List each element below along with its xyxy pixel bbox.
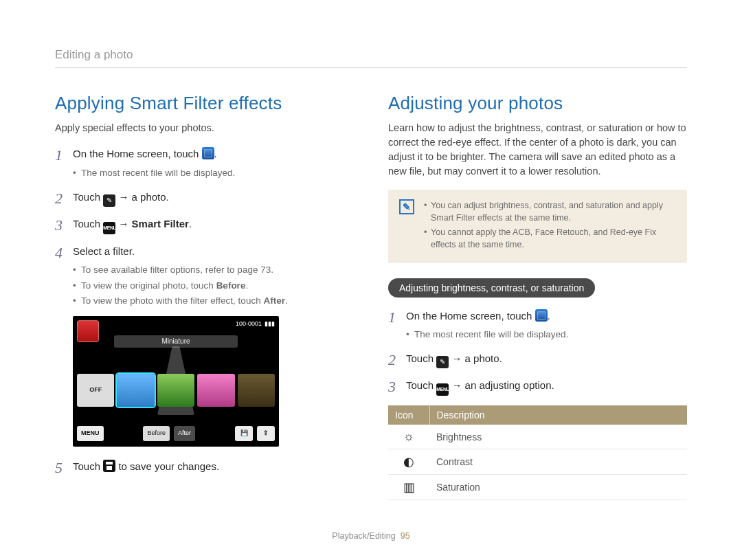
filter-thumb-4[interactable]: [238, 374, 275, 407]
screen-status-bar: 100-0001 ▮▮▮: [236, 320, 275, 329]
row-contrast-label: Contrast: [429, 449, 687, 475]
rstep-1: On the Home screen, touch . The most rec…: [388, 309, 687, 342]
steps-left: On the Home screen, touch . The most rec…: [55, 146, 354, 475]
step-2: Touch ✎ → a photo.: [55, 190, 354, 207]
battery-icon: ▮▮▮: [265, 320, 275, 329]
step-3-d: .: [189, 218, 192, 229]
step-2-a: Touch: [73, 191, 103, 203]
heading-adjusting: Adjusting your photos: [388, 93, 687, 114]
saturation-icon: ▥: [402, 480, 416, 495]
rstep-2-a: Touch: [406, 352, 436, 364]
table-row: ◐ Contrast: [388, 449, 687, 475]
menu-icon: MENU: [436, 383, 449, 396]
s4s3a: To view the photo with the filter effect…: [81, 295, 263, 306]
screen-bottom-bar: MENU Before After 💾 ⇪: [77, 425, 275, 443]
intro-left: Apply special effects to your photos.: [55, 121, 354, 135]
rstep-1-text: On the Home screen, touch: [406, 310, 535, 322]
page-footer: Playback/Editing 95: [0, 531, 742, 541]
step-5-a: Touch: [73, 460, 103, 472]
step-3-a: Touch: [73, 218, 103, 229]
filter-thumbnails: OFF: [77, 374, 275, 407]
subsection-pill: Adjusting brightness, contrast, or satur…: [388, 278, 595, 298]
s4s2c: .: [245, 280, 248, 291]
step-4-sub1: To see available filter options, refer t…: [73, 263, 354, 277]
note-box: ✎ You can adjust brightness, contrast, a…: [388, 190, 687, 263]
step-4: Select a filter. To see available filter…: [55, 244, 354, 447]
s4s3b: After: [263, 295, 285, 306]
photo-select-icon: ✎: [103, 194, 115, 207]
step-4-text: Select a filter.: [73, 245, 135, 257]
menu-icon: MENU: [103, 222, 115, 234]
photo-select-icon: ✎: [436, 356, 449, 368]
intro-right: Learn how to adjust the brightness, cont…: [388, 121, 687, 179]
contrast-icon: ◐: [402, 454, 416, 469]
screen-menu-button[interactable]: MENU: [77, 426, 104, 441]
album-icon: [202, 147, 214, 159]
screen-save-icon[interactable]: 💾: [235, 426, 253, 441]
rstep-3-a: Touch: [406, 379, 436, 391]
step-4-sub2: To view the original photo, touch Before…: [73, 279, 354, 293]
s4s2b: Before: [216, 280, 246, 291]
step-5-b: to save your changes.: [118, 460, 219, 472]
step-1-text: On the Home screen, touch: [73, 148, 202, 159]
after-button[interactable]: After: [174, 426, 195, 441]
th-icon: Icon: [388, 405, 429, 425]
table-row: ▥ Saturation: [388, 475, 687, 500]
step-1: On the Home screen, touch . The most rec…: [55, 146, 354, 180]
filter-name-bar: Miniature: [114, 335, 238, 348]
heading-smart-filter: Applying Smart Filter effects: [55, 93, 354, 114]
note-item-1: You can adjust brightness, contrast, and…: [424, 199, 676, 224]
file-counter: 100-0001: [236, 320, 262, 329]
breadcrumb: Editing a photo: [55, 48, 687, 68]
th-desc: Description: [429, 405, 687, 425]
filter-thumb-3[interactable]: [197, 374, 234, 407]
step-3-b: →: [118, 218, 131, 229]
step-4-sub3: To view the photo with the filter effect…: [73, 294, 354, 308]
steps-right: On the Home screen, touch . The most rec…: [388, 309, 687, 396]
rstep-2-b: → a photo.: [451, 352, 502, 364]
brightness-icon: ☼: [402, 429, 416, 444]
effect-category-icon: [77, 320, 99, 342]
footer-section: Playback/Editing: [332, 531, 395, 541]
table-row: ☼ Brightness: [388, 425, 687, 449]
before-button[interactable]: Before: [143, 426, 170, 441]
rstep-2: Touch ✎ → a photo.: [388, 351, 687, 368]
album-icon: [535, 309, 548, 322]
footer-page-number: 95: [401, 531, 410, 541]
step-2-b: → a photo.: [118, 191, 168, 203]
left-column: Applying Smart Filter effects Apply spec…: [55, 93, 354, 500]
s4s2a: To view the original photo, touch: [81, 280, 216, 291]
note-item-2: You cannot apply the ACB, Face Retouch, …: [424, 226, 676, 251]
note-icon: ✎: [399, 199, 414, 214]
rstep-3: Touch MENU → an adjusting option.: [388, 378, 687, 396]
step-3-smartfilter: Smart Filter: [132, 218, 189, 229]
filter-thumb-selected[interactable]: [117, 374, 154, 407]
s4s3c: .: [285, 295, 288, 306]
save-icon: [103, 460, 115, 472]
rstep-3-b: → an adjusting option.: [451, 379, 554, 391]
step-1-sub: The most recent file will be displayed.: [73, 166, 354, 180]
adjust-options-table: Icon Description ☼ Brightness ◐ Contrast…: [388, 405, 687, 500]
step-5: Touch to save your changes.: [55, 459, 354, 475]
camera-screen: 100-0001 ▮▮▮ Miniature OFF: [73, 316, 279, 447]
filter-thumb-2[interactable]: [157, 374, 194, 407]
row-saturation-label: Saturation: [429, 475, 687, 500]
right-column: Adjusting your photos Learn how to adjus…: [388, 93, 687, 500]
step-3: Touch MENU → Smart Filter.: [55, 216, 354, 234]
screen-share-icon[interactable]: ⇪: [257, 426, 275, 441]
filter-off-button[interactable]: OFF: [77, 374, 114, 407]
row-brightness-label: Brightness: [429, 425, 687, 449]
rstep-1-sub: The most recent file will be displayed.: [406, 328, 687, 341]
